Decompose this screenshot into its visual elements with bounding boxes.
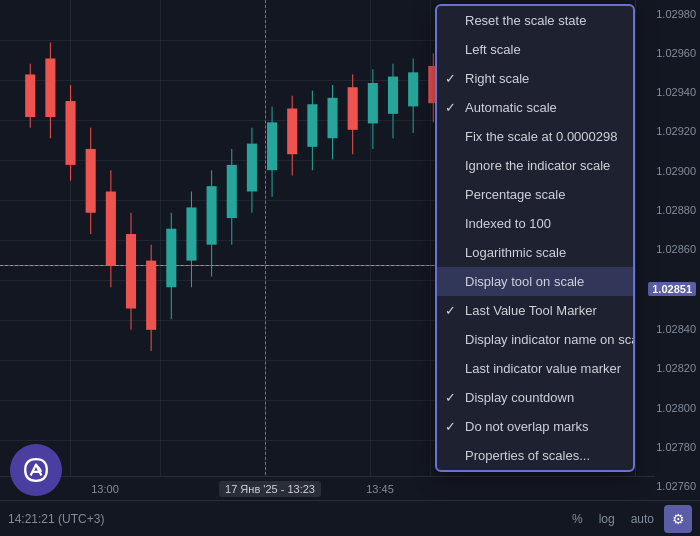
context-menu: Reset the scale state Left scale ✓ Right… (435, 4, 635, 472)
scale-value: 1.02880 (656, 204, 696, 216)
menu-item-ignore-indicator[interactable]: Ignore the indicator scale (437, 151, 633, 180)
menu-item-right-scale[interactable]: ✓ Right scale (437, 64, 633, 93)
svg-rect-13 (146, 261, 156, 330)
svg-rect-23 (247, 144, 257, 192)
percent-button[interactable]: % (566, 510, 589, 528)
time-label-selected: 17 Янв '25 - 13:23 (219, 481, 321, 497)
svg-rect-17 (186, 207, 196, 260)
scale-value: 1.02800 (656, 402, 696, 414)
menu-item-label: Ignore the indicator scale (465, 158, 610, 173)
check-icon: ✓ (445, 419, 456, 434)
svg-rect-27 (287, 109, 297, 155)
scale-value: 1.02760 (656, 480, 696, 492)
menu-item-display-indicator-name[interactable]: Display indicator name on scale (437, 325, 633, 354)
scale-value: 1.02780 (656, 441, 696, 453)
menu-item-percentage-scale[interactable]: Percentage scale (437, 180, 633, 209)
menu-item-label: Display indicator name on scale (465, 332, 635, 347)
menu-item-label: Last indicator value marker (465, 361, 621, 376)
menu-item-last-value-marker[interactable]: ✓ Last Value Tool Marker (437, 296, 633, 325)
gear-icon: ⚙ (672, 511, 685, 527)
scale-axis: 1.02980 1.02960 1.02940 1.02920 1.02900 … (635, 0, 700, 500)
menu-item-no-overlap[interactable]: ✓ Do not overlap marks (437, 412, 633, 441)
menu-item-label: Fix the scale at 0.0000298 (465, 129, 618, 144)
svg-rect-1 (25, 74, 35, 117)
check-icon: ✓ (445, 71, 456, 86)
svg-rect-35 (368, 83, 378, 123)
menu-item-reset-scale[interactable]: Reset the scale state (437, 6, 633, 35)
menu-item-label: Indexed to 100 (465, 216, 551, 231)
menu-item-label: Percentage scale (465, 187, 565, 202)
scale-value: 1.02820 (656, 362, 696, 374)
svg-rect-37 (388, 77, 398, 114)
svg-rect-11 (126, 234, 136, 308)
gear-button[interactable]: ⚙ (664, 505, 692, 533)
menu-item-logarithmic[interactable]: Logarithmic scale (437, 238, 633, 267)
auto-button[interactable]: auto (625, 510, 660, 528)
menu-item-label: Automatic scale (465, 100, 557, 115)
svg-rect-21 (227, 165, 237, 218)
scale-value: 1.02980 (656, 8, 696, 20)
scale-value: 1.02920 (656, 125, 696, 137)
svg-rect-9 (106, 191, 116, 265)
menu-item-automatic-scale[interactable]: ✓ Automatic scale (437, 93, 633, 122)
scale-value-highlighted: 1.02851 (648, 282, 696, 296)
menu-item-fix-scale[interactable]: Fix the scale at 0.0000298 (437, 122, 633, 151)
svg-rect-29 (307, 104, 317, 147)
time-labels-row: 13:00 17 Янв '25 - 13:23 13:45 (0, 476, 655, 500)
menu-item-label: Logarithmic scale (465, 245, 566, 260)
scale-value: 1.02960 (656, 47, 696, 59)
log-button[interactable]: log (593, 510, 621, 528)
svg-rect-19 (207, 186, 217, 245)
svg-rect-25 (267, 122, 277, 170)
svg-rect-31 (328, 98, 338, 138)
svg-rect-15 (166, 229, 176, 288)
menu-item-label: Display tool on scale (465, 274, 584, 289)
svg-rect-33 (348, 87, 358, 130)
menu-item-label: Display countdown (465, 390, 574, 405)
menu-item-label: Reset the scale state (465, 13, 586, 28)
menu-item-display-tool[interactable]: Display tool on scale (437, 267, 633, 296)
menu-item-label: Last Value Tool Marker (465, 303, 597, 318)
check-icon: ✓ (445, 303, 456, 318)
current-time: 14:21:21 (UTC+3) (8, 512, 104, 526)
menu-item-last-indicator-value[interactable]: Last indicator value marker (437, 354, 633, 383)
menu-item-display-countdown[interactable]: ✓ Display countdown (437, 383, 633, 412)
check-icon: ✓ (445, 100, 456, 115)
scale-value: 1.02900 (656, 165, 696, 177)
svg-rect-3 (45, 59, 55, 118)
menu-item-properties[interactable]: Properties of scales... (437, 441, 633, 470)
time-label: 13:45 (366, 483, 394, 495)
menu-item-label: Left scale (465, 42, 521, 57)
svg-rect-39 (408, 72, 418, 106)
svg-rect-5 (66, 101, 76, 165)
bottom-bar-left: 14:21:21 (UTC+3) (8, 512, 104, 526)
menu-item-label: Right scale (465, 71, 529, 86)
bottom-bar-right: % log auto ⚙ (566, 505, 692, 533)
logo (10, 444, 62, 496)
menu-item-indexed-100[interactable]: Indexed to 100 (437, 209, 633, 238)
bottom-bar: 14:21:21 (UTC+3) % log auto ⚙ (0, 500, 700, 536)
menu-item-left-scale[interactable]: Left scale (437, 35, 633, 64)
time-label: 13:00 (91, 483, 119, 495)
scale-value: 1.02840 (656, 323, 696, 335)
scale-value: 1.02860 (656, 243, 696, 255)
menu-item-label: Do not overlap marks (465, 419, 589, 434)
check-icon: ✓ (445, 390, 456, 405)
svg-rect-7 (86, 149, 96, 213)
scale-value: 1.02940 (656, 86, 696, 98)
menu-item-label: Properties of scales... (465, 448, 590, 463)
